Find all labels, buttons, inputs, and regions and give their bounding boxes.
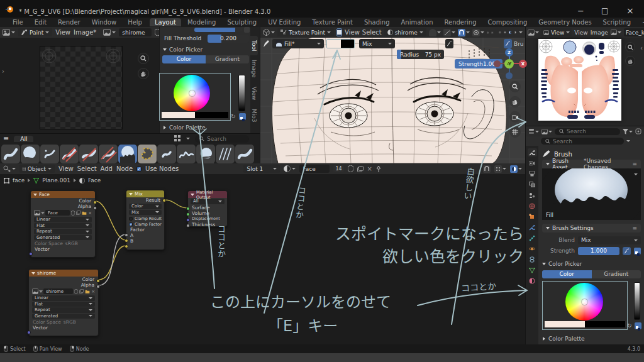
snap-dropdown[interactable]: [458, 29, 470, 36]
mirror-x-icon[interactable]: [487, 29, 489, 36]
strength-slider[interactable]: 1.000: [578, 247, 619, 255]
extension-dropdown[interactable]: Repeat: [32, 307, 95, 313]
workspace-tab-geometry-nodes[interactable]: Geometry Nodes: [533, 18, 596, 26]
socket-shirome-vector[interactable]: [27, 331, 31, 334]
brush-asset-section-header[interactable]: Brush Asset *Unsaved Changes ≡: [542, 160, 641, 168]
reset-colors-icon[interactable]: ↻: [231, 113, 236, 119]
gizmo-z-axis[interactable]: Z: [505, 48, 513, 57]
brush-thumbnail[interactable]: [196, 145, 215, 163]
side-tab-image[interactable]: Image: [250, 55, 258, 82]
sidebar-toggle-chevron[interactable]: ›: [2, 68, 4, 75]
brush-preview-chevron[interactable]: [634, 173, 638, 175]
image-browse-button[interactable]: [611, 30, 621, 35]
side-tab-view[interactable]: View: [250, 82, 258, 104]
tab-view-layer-icon[interactable]: [528, 180, 537, 189]
clamp-result-checkbox[interactable]: [129, 217, 133, 221]
foreground-color-swatch[interactable]: [545, 321, 585, 327]
brush-thumbnail[interactable]: [21, 145, 40, 163]
show-gizmo-icon[interactable]: [499, 28, 501, 36]
id-filter-button[interactable]: [541, 129, 552, 134]
reset-colors-icon[interactable]: ↻: [627, 322, 632, 329]
region-collapse-chevron[interactable]: ‹: [640, 45, 643, 52]
color-space-value[interactable]: sRGB: [65, 241, 78, 246]
workspace-tab-animation[interactable]: Animation: [396, 18, 438, 26]
color-wheel-cursor[interactable]: [582, 299, 587, 305]
shading-material-icon[interactable]: [509, 28, 511, 37]
filter-dropdown[interactable]: [623, 129, 633, 134]
viewport-camera-button[interactable]: [509, 111, 521, 123]
display-mode-chevron[interactable]: [186, 138, 190, 140]
asset-shelf-menu-icon[interactable]: ≡: [3, 134, 9, 143]
interpolation-dropdown[interactable]: Linear: [32, 295, 95, 301]
uv-view-mode-dropdown[interactable]: View: [541, 28, 572, 36]
socket-shirome-color[interactable]: [96, 279, 100, 283]
viewport-ortho-button[interactable]: [509, 126, 521, 138]
workspace-tab-compositing[interactable]: Compositing: [483, 18, 533, 26]
editor-type-button[interactable]: [263, 29, 275, 36]
tab-object-data-icon[interactable]: [528, 266, 537, 274]
color-palette-section-header[interactable]: Color Palette: [542, 334, 641, 343]
tab-particles-icon[interactable]: [528, 234, 537, 242]
tab-physics-icon[interactable]: [528, 244, 537, 253]
fake-user-shield-icon[interactable]: [74, 289, 78, 294]
pan-hand-button[interactable]: [138, 68, 149, 79]
image-paint-mode-dropdown[interactable]: Paint: [18, 28, 52, 36]
tab-render-icon[interactable]: [528, 159, 537, 167]
editor-type-button[interactable]: [3, 29, 15, 36]
duplicate-icon[interactable]: [76, 211, 80, 215]
interpolation-dropdown[interactable]: Linear: [34, 217, 92, 222]
shading-wireframe-icon[interactable]: [504, 28, 506, 36]
image-browse-button[interactable]: [103, 29, 116, 36]
side-tab-tool[interactable]: Tool: [250, 36, 258, 55]
node-mix[interactable]: Mix Result Color Mix Clamp Result ✓Clamp…: [126, 190, 165, 250]
brush-thumbnail[interactable]: [79, 145, 98, 163]
background-color-swatch[interactable]: [585, 321, 625, 327]
image-image-menu[interactable]: Image*: [74, 29, 96, 36]
brush-thumbnail[interactable]: [60, 145, 79, 163]
display-mode-icon[interactable]: [174, 135, 181, 142]
strength-extra-button[interactable]: [634, 248, 641, 255]
secondary-color-swatch[interactable]: [341, 40, 354, 48]
unlink-icon[interactable]: ×: [88, 211, 92, 216]
radius-slider[interactable]: Radius75 px: [397, 50, 444, 59]
folder-icon[interactable]: [82, 211, 87, 215]
properties-options-chevron[interactable]: [626, 140, 630, 142]
node-material-output[interactable]: Material Output All Surface Volume Displ…: [187, 190, 228, 227]
brush-thumbnail[interactable]: [99, 145, 118, 163]
workspace-tab-scripting[interactable]: Scripting: [598, 18, 636, 26]
uv-image-name-field[interactable]: Face_kari: [624, 28, 644, 36]
socket-face-alpha[interactable]: [93, 206, 97, 210]
tab-color[interactable]: Color: [542, 270, 592, 278]
folder-icon[interactable]: [85, 290, 90, 293]
image-view-menu[interactable]: View: [55, 29, 70, 36]
face-kari-texture-image[interactable]: [538, 39, 621, 121]
brush-preview[interactable]: Fill: [542, 168, 641, 220]
minimize-button[interactable]: −: [577, 6, 584, 16]
properties-search-field[interactable]: Search: [541, 138, 624, 145]
viewport-pan-button[interactable]: [509, 96, 521, 107]
zoom-in-button[interactable]: [138, 53, 149, 64]
proportional-edit-dropdown[interactable]: [472, 29, 484, 36]
uv-zoom-button[interactable]: [625, 42, 635, 52]
tab-constraints-icon[interactable]: [528, 255, 537, 263]
source-dropdown[interactable]: Generated: [34, 235, 92, 241]
projection-dropdown[interactable]: Flat: [34, 223, 92, 229]
color-palette-section-header[interactable]: Color Palette: [163, 124, 206, 131]
tab-modifiers-icon[interactable]: [528, 223, 537, 231]
tab-world-icon[interactable]: [528, 202, 537, 210]
editor-type-button[interactable]: [528, 128, 539, 134]
menu-window[interactable]: Window: [87, 18, 121, 26]
blend-dropdown[interactable]: Mix: [578, 236, 641, 244]
gizmo-minus-x-axis[interactable]: [494, 60, 501, 67]
node-image-name[interactable]: shirome: [43, 288, 73, 294]
gizmo-minus-z-axis[interactable]: [506, 72, 513, 79]
node-face-image-texture[interactable]: Face Color Alpha Face × Linear Flat Repe…: [30, 190, 96, 258]
workspace-tab-layout[interactable]: Layout: [150, 18, 181, 26]
tab-material-icon[interactable]: [528, 277, 537, 285]
gizmo-x-axis[interactable]: X: [519, 60, 527, 68]
background-color-swatch[interactable]: [195, 112, 228, 118]
image-name-field[interactable]: shirome: [119, 28, 152, 36]
color-space-value[interactable]: sRGB: [64, 319, 76, 325]
swap-colors-button[interactable]: [239, 113, 246, 120]
workspace-add-button[interactable]: +: [637, 18, 644, 26]
